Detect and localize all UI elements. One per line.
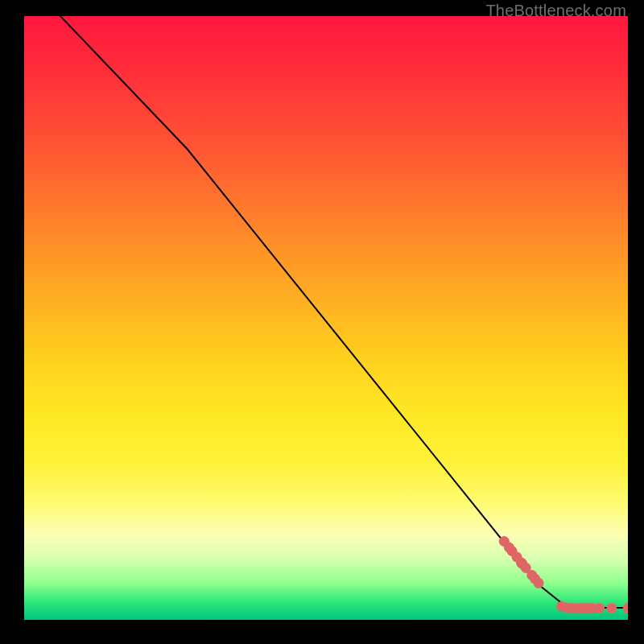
svg-point-21 xyxy=(606,603,617,613)
curve-line xyxy=(60,16,628,608)
chart-frame: TheBottleneck.com xyxy=(0,0,644,644)
chart-overlay xyxy=(24,16,628,620)
svg-point-9 xyxy=(534,578,544,588)
svg-point-20 xyxy=(594,603,605,613)
svg-point-22 xyxy=(623,603,629,613)
attribution-label: TheBottleneck.com xyxy=(485,2,626,20)
plot-area xyxy=(24,16,628,620)
markers-upper xyxy=(499,536,544,588)
